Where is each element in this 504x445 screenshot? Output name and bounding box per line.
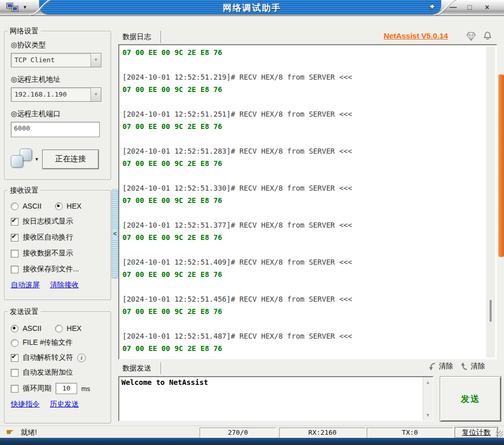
edge-scrollbar-thumb[interactable] <box>498 75 504 257</box>
log-scrollbar-thumb[interactable] <box>490 300 492 322</box>
recv-ascii-radio[interactable]: ASCII <box>11 202 42 210</box>
recv-logmode-checkbox[interactable]: 按日志模式显示 <box>11 217 105 226</box>
clear-receive-button[interactable]: 清除 <box>428 362 453 371</box>
log-blank-line <box>122 244 484 256</box>
auto-append-label: 自动发送附加位 <box>23 368 73 377</box>
recv-savefile-checkbox[interactable]: 接收保存到文件... <box>11 265 105 274</box>
radio-icon <box>11 202 19 210</box>
close-button[interactable]: × <box>480 2 494 12</box>
collapse-left-icon[interactable]: < <box>113 229 117 239</box>
log-timestamp-line: [2024-10-01 12:52:51.377]# RECV HEX/8 fr… <box>122 219 484 231</box>
send-file-radio[interactable]: FILE #传输文件 <box>11 338 105 347</box>
escape-parse-label: 自动解析转义符 <box>23 353 73 362</box>
receive-settings-group: 接收设置 ASCII HEX 按日志模式显示 接收区自动换行 <box>4 190 111 300</box>
recv-wordwrap-label: 接收区自动换行 <box>23 233 73 242</box>
escape-parse-checkbox[interactable]: 自动解析转义符 i <box>11 353 105 362</box>
log-hex-line: 07 00 EE 00 9C 2E E8 76 <box>122 194 484 207</box>
log-blank-line <box>122 281 484 293</box>
send-settings-title: 发送设置 <box>8 307 41 317</box>
host-label: ◎远程主机地址 <box>11 75 105 84</box>
connection-status-icon[interactable] <box>11 149 33 170</box>
send-scrollbar[interactable]: ▲ ▼ <box>423 377 433 420</box>
recv-wordwrap-checkbox[interactable]: 接收区自动换行 <box>11 233 105 242</box>
host-select[interactable]: 192.168.1.190 ▼ <box>11 87 101 102</box>
cycle-send-checkbox[interactable]: 循环周期 10 ms <box>11 383 105 394</box>
clear-receive-link[interactable]: 清除接收 <box>50 281 79 290</box>
tx-counter-field: TX:0 <box>367 428 453 438</box>
host-value: 192.168.1.190 <box>11 88 91 101</box>
recv-hide-checkbox[interactable]: 接收数据不显示 <box>11 249 105 258</box>
bell-icon[interactable] <box>482 31 493 43</box>
chevron-down-icon[interactable]: ▼ <box>91 88 101 101</box>
log-timestamp-line: [2024-10-01 12:52:51.409]# RECV HEX/8 fr… <box>122 256 484 268</box>
chevron-down-icon[interactable]: ▼ <box>34 157 39 162</box>
minimize-button[interactable]: — <box>446 2 460 12</box>
log-scrollbar[interactable] <box>486 46 495 358</box>
log-hex-line: 07 00 EE 00 9C 2E E8 76 <box>122 120 484 133</box>
checkbox-icon <box>11 218 19 226</box>
receive-settings-title: 接收设置 <box>8 186 41 195</box>
arrow-down-icon <box>428 362 436 371</box>
tab-separator <box>160 31 161 43</box>
cycle-period-input[interactable]: 10 <box>56 383 77 394</box>
scroll-up-icon[interactable]: ▲ <box>423 378 433 386</box>
cycle-send-label: 循环周期 <box>23 384 51 393</box>
log-hex-line: 07 00 EE 00 9C 2E E8 76 <box>122 231 484 244</box>
status-bar: ☛ 就绪! 270/0 RX:2160 TX:0 复位计数 <box>0 425 504 438</box>
info-icon[interactable]: i <box>77 354 86 362</box>
pin-icon[interactable] <box>428 3 436 13</box>
recv-hide-label: 接收数据不显示 <box>23 249 73 258</box>
checkbox-icon <box>11 250 19 257</box>
send-button[interactable]: 发送 <box>440 377 501 421</box>
send-input-area[interactable]: Welcome to NetAssist ▲ ▼ <box>118 376 434 421</box>
tab-data-log[interactable]: 数据日志 <box>122 32 151 42</box>
shortcut-command-link[interactable]: 快捷指令 <box>11 400 40 409</box>
log-timestamp-line: [2024-10-01 12:52:51.251]# RECV HEX/8 fr… <box>122 108 484 120</box>
network-settings-group: 网络设置 ◎协议类型 TCP Client ▼ ◎远程主机地址 192.168.… <box>4 31 111 180</box>
recv-ascii-label: ASCII <box>23 202 42 210</box>
titlebar[interactable]: ▼ 网络调试助手 — □ × <box>0 0 504 16</box>
log-timestamp-line: [2024-10-01 12:52:51.219]# RECV HEX/8 fr… <box>122 71 484 83</box>
port-input[interactable]: 6000 <box>11 122 100 137</box>
log-hex-line: 07 00 EE 00 9C 2E E8 76 <box>122 268 484 281</box>
scroll-down-icon[interactable]: ▼ <box>423 411 433 419</box>
log-blank-line <box>122 59 484 71</box>
protocol-select[interactable]: TCP Client ▼ <box>11 53 101 67</box>
version-link[interactable]: NetAssist V5.0.14 <box>384 31 448 40</box>
log-hex-line: 07 00 EE 00 9C 2E E8 76 <box>122 305 484 318</box>
send-ascii-label: ASCII <box>23 324 42 332</box>
radio-icon <box>55 202 63 210</box>
data-log-area[interactable]: 07 00 EE 00 9C 2E E8 76 [2024-10-01 12:5… <box>118 44 497 360</box>
log-blank-line <box>122 207 484 219</box>
panel-splitter[interactable]: < <box>112 189 118 279</box>
history-send-link[interactable]: 历史发送 <box>50 400 79 409</box>
recv-hex-label: HEX <box>67 202 82 210</box>
radio-icon <box>11 339 19 347</box>
resize-grip[interactable] <box>496 431 503 437</box>
auto-append-checkbox[interactable]: 自动发送附加位 <box>11 368 105 377</box>
send-ascii-radio[interactable]: ASCII <box>11 324 42 332</box>
connect-button[interactable]: 正在连接 <box>42 150 99 169</box>
checkbox-icon <box>11 385 19 393</box>
tab-data-send[interactable]: 数据发送 <box>122 364 151 373</box>
reset-count-button[interactable]: 复位计数 <box>455 427 498 438</box>
log-blank-line <box>122 133 484 145</box>
autoscroll-link[interactable]: 自动滚屏 <box>11 281 40 290</box>
packet-counter-field: 270/0 <box>200 428 276 438</box>
radio-icon <box>55 325 63 332</box>
app-window: ▼ 网络调试助手 — □ × 网络设置 ◎协议类型 TCP Client ▼ ◎… <box>0 0 504 445</box>
checkbox-icon <box>11 369 19 377</box>
clear-receive-label: 清除 <box>439 362 453 371</box>
diamond-icon[interactable] <box>466 32 476 43</box>
maximize-button[interactable]: □ <box>463 2 476 12</box>
send-file-label: FILE #传输文件 <box>23 338 73 347</box>
send-input-text: Welcome to NetAssist <box>121 378 421 386</box>
send-hex-radio[interactable]: HEX <box>55 324 82 332</box>
status-text: 就绪! <box>21 428 37 437</box>
chevron-down-icon[interactable]: ▼ <box>91 53 101 67</box>
recv-hex-radio[interactable]: HEX <box>55 202 82 210</box>
clear-send-button[interactable]: 清除 <box>460 362 485 371</box>
send-hex-label: HEX <box>67 324 82 332</box>
recv-savefile-label: 接收保存到文件... <box>23 265 79 274</box>
log-hex-line: 07 00 EE 00 9C 2E E8 76 <box>122 157 484 170</box>
